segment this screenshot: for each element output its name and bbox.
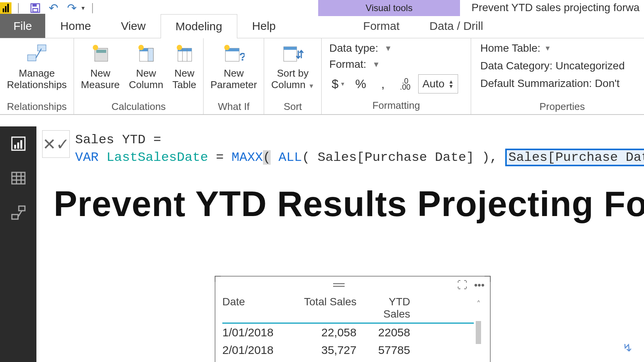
group-sort: Sort: [284, 98, 302, 114]
svg-point-8: [93, 45, 98, 50]
formula-commit-button[interactable]: ✓: [56, 135, 69, 154]
svg-rect-2: [33, 8, 38, 12]
svg-rect-1: [32, 3, 36, 7]
measure-icon: [89, 42, 112, 64]
svg-rect-34: [12, 215, 18, 219]
svg-point-12: [138, 45, 144, 50]
tab-file[interactable]: File: [0, 14, 45, 38]
table-visual[interactable]: ⛶ ••• Date Total Sales YTD Sales 1/01/20…: [215, 276, 491, 362]
group-properties: Properties: [539, 98, 585, 114]
svg-rect-7: [96, 50, 106, 53]
svg-line-35: [18, 211, 22, 217]
formula-editor[interactable]: Sales YTD = VAR LastSalesDate = MAXX( AL…: [70, 130, 644, 167]
parameter-icon: ?: [223, 42, 245, 64]
col-header-total-sales[interactable]: Total Sales: [295, 296, 356, 320]
app-logo: [0, 2, 12, 14]
home-table-dropdown[interactable]: Home Table:▼: [480, 42, 551, 54]
qat-customize-dropdown[interactable]: ▼: [80, 5, 86, 11]
thousands-button[interactable]: ,: [374, 75, 392, 93]
group-formatting: Formatting: [372, 97, 420, 113]
new-parameter-button[interactable]: ? New Parameter: [207, 40, 260, 93]
more-options-icon[interactable]: •••: [474, 279, 485, 291]
scroll-thumb[interactable]: [476, 321, 481, 344]
svg-point-21: [224, 45, 230, 50]
scroll-up-icon[interactable]: ˄: [476, 300, 481, 310]
sort-by-column-button[interactable]: Sort by Column ▼: [268, 40, 317, 94]
sort-icon: [282, 42, 304, 64]
relationships-icon: [26, 42, 48, 64]
formula-cancel-button[interactable]: ✕: [43, 135, 56, 154]
qat-separator: │: [16, 3, 21, 13]
svg-point-17: [177, 45, 182, 50]
svg-rect-23: [284, 47, 297, 50]
data-view-button[interactable]: [9, 169, 28, 188]
tab-home[interactable]: Home: [45, 14, 106, 38]
svg-rect-33: [19, 206, 25, 211]
undo-button[interactable]: ↶: [46, 0, 61, 16]
new-table-button[interactable]: New Table: [169, 40, 199, 93]
focus-mode-icon[interactable]: ⛶: [457, 279, 467, 291]
redo-button[interactable]: ↷: [64, 0, 80, 16]
tab-data-drill[interactable]: Data / Drill: [414, 14, 498, 38]
new-column-button[interactable]: New Column: [126, 40, 166, 93]
manage-relationships-button[interactable]: Manage Relationships: [4, 40, 70, 93]
svg-rect-11: [148, 48, 153, 61]
tab-format[interactable]: Format: [348, 14, 414, 38]
page-title: Prevent YTD Results Projecting Forw: [54, 184, 632, 224]
percent-button[interactable]: %: [352, 75, 370, 93]
save-button[interactable]: [28, 0, 43, 16]
visual-drag-handle[interactable]: [331, 283, 347, 287]
group-calculations: Calculations: [112, 98, 166, 114]
tab-help[interactable]: Help: [237, 14, 291, 38]
col-header-date[interactable]: Date: [222, 296, 295, 320]
decimals-icon: .0.00: [396, 75, 414, 93]
table-icon: [173, 42, 196, 64]
group-relationships: Relationships: [7, 98, 67, 114]
tab-view[interactable]: View: [106, 14, 160, 38]
decimal-places-stepper[interactable]: Auto▲▼: [418, 74, 458, 93]
svg-rect-26: [17, 143, 19, 149]
table-row: 2/01/2018 35,727 57785: [222, 341, 474, 359]
default-summarization-dropdown[interactable]: Default Summarization: Don't: [480, 77, 619, 90]
svg-text:?: ?: [239, 50, 245, 63]
group-whatif: What If: [218, 98, 250, 114]
format-dropdown[interactable]: Format:▼: [329, 58, 380, 70]
window-title: Prevent YTD sales projecting forwa: [472, 2, 639, 14]
data-category-dropdown[interactable]: Data Category: Uncategorized: [480, 60, 625, 72]
tab-modeling[interactable]: Modeling: [161, 14, 237, 38]
report-view-button[interactable]: [9, 134, 28, 153]
qat-separator-2: │: [90, 3, 96, 13]
column-icon: [135, 42, 157, 64]
model-view-button[interactable]: [9, 203, 28, 222]
data-type-dropdown[interactable]: Data type:▼: [329, 42, 392, 54]
svg-rect-25: [14, 145, 16, 149]
svg-rect-4: [28, 55, 36, 61]
svg-rect-27: [20, 140, 22, 149]
col-header-ytd-sales[interactable]: YTD Sales: [356, 296, 410, 320]
svg-rect-28: [12, 172, 25, 184]
currency-button[interactable]: $▼: [329, 75, 348, 93]
scrollbar[interactable]: ˄: [474, 296, 483, 359]
svg-rect-3: [38, 45, 46, 51]
table-row: 1/01/2018 22,058 22058: [222, 324, 474, 341]
new-measure-button[interactable]: New Measure: [78, 40, 123, 93]
